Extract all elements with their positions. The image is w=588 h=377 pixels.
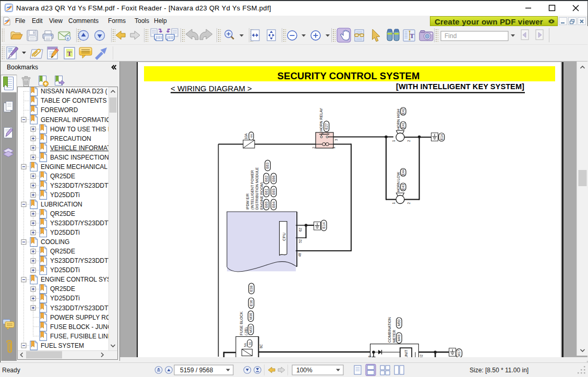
- svg-text:E41: E41: [401, 122, 405, 128]
- svg-text:100%: 100%: [296, 367, 313, 374]
- svg-text:E14: E14: [322, 222, 326, 228]
- svg-text:E27: E27: [325, 123, 328, 129]
- svg-text:< WIRING DIAGRAM >: < WIRING DIAGRAM >: [171, 84, 252, 93]
- svg-text:E44: E44: [401, 169, 405, 175]
- svg-text:M36: M36: [249, 313, 253, 320]
- svg-text:(J/B): (J/B): [244, 327, 248, 335]
- svg-text:HORN HIGH: HORN HIGH: [397, 109, 400, 130]
- svg-text:8C: 8C: [259, 344, 263, 348]
- svg-text:HORN RELAY: HORN RELAY: [319, 108, 323, 131]
- svg-text:FUSE BLOCK: FUSE BLOCK: [239, 311, 244, 335]
- svg-text:DISTRIBUTION MODULE: DISTRIBUTION MODULE: [255, 167, 259, 210]
- svg-text:E60: E60: [265, 201, 268, 208]
- svg-text:M49: M49: [397, 334, 401, 341]
- svg-text:10A: 10A: [244, 133, 248, 139]
- svg-text:HORN LOW: HORN LOW: [397, 172, 400, 192]
- svg-text:1: 1: [392, 140, 395, 142]
- svg-text:E38: E38: [249, 285, 253, 291]
- svg-text:62: 62: [298, 227, 302, 232]
- svg-text:ENGINE ROOM): ENGINE ROOM): [260, 182, 264, 210]
- svg-text:E63: E63: [266, 162, 269, 168]
- svg-text:44: 44: [249, 134, 253, 138]
- svg-text:METER: METER: [392, 330, 396, 343]
- svg-text:52: 52: [419, 354, 423, 358]
- svg-text:5A: 5A: [243, 343, 247, 347]
- svg-text:31: 31: [248, 342, 251, 345]
- svg-text:M50: M50: [397, 319, 401, 326]
- svg-text:2: 2: [312, 147, 316, 149]
- svg-text:E66: E66: [272, 175, 275, 181]
- svg-text:2: 2: [407, 202, 411, 204]
- svg-text:E43: E43: [401, 184, 405, 190]
- svg-text:6: 6: [321, 132, 324, 134]
- svg-text:M35: M35: [249, 326, 253, 333]
- svg-text:5159 / 9568: 5159 / 9568: [180, 367, 213, 374]
- svg-text:7: 7: [327, 132, 330, 134]
- svg-text:2: 2: [407, 140, 411, 142]
- svg-text:52: 52: [298, 239, 302, 243]
- svg-text:COMBINATION: COMBINATION: [388, 317, 391, 343]
- svg-text:46: 46: [368, 355, 371, 359]
- svg-text:E61: E61: [265, 188, 268, 194]
- svg-text:(INTELLIGENT POWER: (INTELLIGENT POWER: [250, 170, 255, 210]
- svg-text:E36: E36: [249, 300, 253, 306]
- svg-text:1: 1: [392, 202, 395, 204]
- svg-text:E42: E42: [401, 108, 405, 114]
- svg-text:SECURITY CONTROL SYSTEM: SECURITY CONTROL SYSTEM: [278, 70, 420, 81]
- svg-text:[WITH INTELLIGENT KEY SYSTEM]: [WITH INTELLIGENT KEY SYSTEM]: [396, 82, 524, 91]
- svg-text:. UNIT: . UNIT: [404, 349, 408, 360]
- svg-text:E14: E14: [440, 134, 443, 140]
- svg-text:IPDM E/R: IPDM E/R: [246, 193, 249, 210]
- svg-text:3: 3: [334, 139, 338, 141]
- svg-text:CPU: CPU: [282, 233, 286, 241]
- svg-text:E62: E62: [265, 175, 268, 181]
- svg-text:M17: M17: [457, 350, 461, 357]
- svg-text:48: 48: [298, 253, 302, 257]
- svg-text:1: 1: [332, 147, 335, 149]
- svg-text:E64: E64: [272, 201, 275, 208]
- svg-text:E65: E65: [272, 188, 275, 194]
